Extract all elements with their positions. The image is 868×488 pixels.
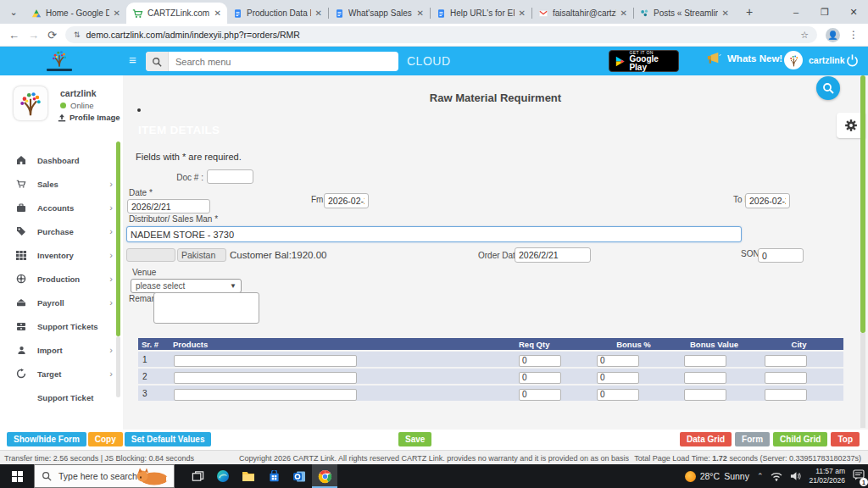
- forward-icon[interactable]: →: [28, 29, 39, 42]
- date-input[interactable]: [127, 199, 210, 214]
- whats-new-link[interactable]: Whats New!: [706, 52, 782, 65]
- chrome-icon[interactable]: [312, 464, 337, 488]
- tab-cartzlink[interactable]: CARTZLink.com✕: [126, 3, 227, 24]
- tab-whatsapp-sales[interactable]: What'sapp Sales Mess✕: [329, 3, 430, 24]
- clock[interactable]: 11:57 am 21/02/2026: [809, 467, 845, 485]
- bookmark-star-icon[interactable]: ☆: [800, 30, 809, 41]
- sidebar-item-production[interactable]: Production›: [0, 267, 123, 291]
- hamburger-menu-icon[interactable]: ≡: [129, 53, 136, 66]
- sidebar-item-inventory[interactable]: Inventory›: [0, 243, 123, 267]
- upload-icon: [58, 114, 66, 122]
- profile-icon[interactable]: 👤: [826, 28, 840, 42]
- new-tab-button[interactable]: +: [740, 3, 759, 21]
- tab-gmail[interactable]: faisaltahir@cartzlink.co✕: [532, 3, 633, 24]
- city-input[interactable]: [765, 389, 807, 401]
- reload-icon[interactable]: ⟳: [47, 29, 57, 42]
- menu-search-input[interactable]: [169, 57, 398, 67]
- sidebar-item-sales[interactable]: Sales›: [0, 172, 123, 196]
- notification-button[interactable]: 1: [853, 469, 865, 484]
- tab-help-urls[interactable]: Help URL's for ERP Sys✕: [431, 3, 531, 24]
- logo-caption: [47, 69, 72, 71]
- logout-power-icon[interactable]: [846, 53, 859, 70]
- order-date-input[interactable]: [515, 247, 591, 263]
- edge-icon[interactable]: [210, 464, 236, 488]
- address-bar[interactable]: ⇅ demo.cartzlink.com/admin/indexyii.php?…: [65, 26, 817, 43]
- google-docs-icon: [437, 8, 446, 19]
- bonus-pct-input[interactable]: [597, 355, 639, 367]
- content-scrollbar-thumb[interactable]: [860, 75, 865, 333]
- bonus-value-input[interactable]: [684, 389, 726, 401]
- req-qty-input[interactable]: [519, 355, 561, 367]
- page-search-button[interactable]: [816, 76, 840, 100]
- form-button[interactable]: Form: [735, 432, 770, 446]
- tab-google-drive[interactable]: Home - Google Drive✕: [25, 3, 126, 24]
- sidebar-item-payroll[interactable]: Payroll›: [0, 291, 123, 314]
- tab-close-icon[interactable]: ✕: [722, 8, 729, 18]
- maximize-button[interactable]: ❐: [810, 0, 839, 24]
- copy-button[interactable]: Copy: [88, 432, 123, 446]
- sidebar-item-accounts[interactable]: Accounts›: [0, 196, 123, 219]
- file-explorer-icon[interactable]: [236, 464, 261, 488]
- product-input[interactable]: [174, 389, 357, 401]
- sidebar-item-purchase[interactable]: Purchase›: [0, 219, 123, 243]
- remarks-textarea[interactable]: [153, 292, 259, 324]
- city-input[interactable]: [765, 355, 807, 367]
- tab-close-icon[interactable]: ✕: [214, 8, 221, 18]
- outlook-icon[interactable]: [287, 464, 312, 488]
- son-input[interactable]: [758, 248, 804, 263]
- data-grid-button[interactable]: Data Grid: [680, 432, 732, 446]
- streamline-icon: [640, 8, 649, 18]
- wifi-icon[interactable]: [771, 472, 782, 481]
- sidebar-item-import[interactable]: Import›: [0, 338, 123, 362]
- google-play-badge[interactable]: GET IT ONGoogle Play: [609, 50, 679, 72]
- tab-close-icon[interactable]: ✕: [417, 8, 424, 18]
- to-dt-input[interactable]: [745, 193, 790, 208]
- task-view-button[interactable]: [185, 464, 210, 488]
- menu-search-box[interactable]: [146, 52, 398, 71]
- tab-close-icon[interactable]: ✕: [620, 8, 627, 18]
- product-input[interactable]: [174, 372, 357, 384]
- product-input[interactable]: [174, 355, 357, 367]
- app-logo[interactable]: [44, 49, 75, 73]
- profile-image-link[interactable]: Profile Image: [58, 113, 120, 122]
- tab-close-icon[interactable]: ✕: [315, 8, 322, 18]
- close-button[interactable]: ✕: [839, 0, 868, 24]
- venue-select[interactable]: please select▼: [131, 279, 242, 293]
- volume-icon[interactable]: [790, 471, 801, 481]
- browser-menu-icon[interactable]: ⋮: [849, 29, 860, 41]
- bonus-pct-input[interactable]: [597, 389, 639, 401]
- sidebar-item-dashboard[interactable]: Dashboard: [0, 148, 123, 172]
- tab-posts-streamline[interactable]: Posts « Streamline Syst✕: [634, 3, 735, 24]
- show-hide-form-button[interactable]: Show/hide Form: [7, 432, 86, 446]
- back-icon[interactable]: ←: [8, 29, 19, 42]
- ms-store-icon[interactable]: [261, 464, 287, 488]
- minimize-button[interactable]: –: [782, 0, 810, 24]
- user-brand-chip[interactable]: cartzlink: [784, 51, 845, 69]
- child-grid-button[interactable]: Child Grid: [773, 432, 827, 446]
- set-default-values-button[interactable]: Set Default Values: [125, 432, 212, 446]
- sidebar-scrollbar-thumb[interactable]: [116, 141, 120, 336]
- doc-input[interactable]: [207, 169, 253, 184]
- tab-search-icon[interactable]: ⌄: [5, 3, 22, 20]
- top-button[interactable]: Top: [831, 432, 860, 446]
- tab-close-icon[interactable]: ✕: [519, 8, 526, 18]
- start-button[interactable]: [0, 464, 34, 488]
- tab-production-data[interactable]: Production Data Entry✕: [227, 3, 328, 24]
- req-qty-input[interactable]: [519, 372, 561, 384]
- sidebar-item-target[interactable]: Target›: [0, 362, 123, 385]
- distributor-input[interactable]: [126, 226, 742, 242]
- profile-image[interactable]: [14, 86, 47, 120]
- bonus-value-input[interactable]: [684, 355, 726, 367]
- req-qty-input[interactable]: [519, 389, 561, 401]
- save-button[interactable]: Save: [398, 432, 431, 446]
- sidebar-item-support-ticket[interactable]: Support Ticket: [0, 385, 123, 409]
- fm-dt-input[interactable]: [324, 193, 369, 208]
- weather-widget[interactable]: 28°C Sunny: [685, 471, 749, 482]
- bonus-pct-input[interactable]: [597, 372, 639, 384]
- sidebar-item-support-tickets[interactable]: Support Tickets: [0, 314, 123, 338]
- bonus-value-input[interactable]: [684, 372, 726, 384]
- site-settings-icon[interactable]: ⇅: [74, 30, 81, 39]
- tray-expand-icon[interactable]: ⌃: [757, 472, 764, 480]
- city-input[interactable]: [765, 372, 807, 384]
- tab-close-icon[interactable]: ✕: [114, 8, 120, 18]
